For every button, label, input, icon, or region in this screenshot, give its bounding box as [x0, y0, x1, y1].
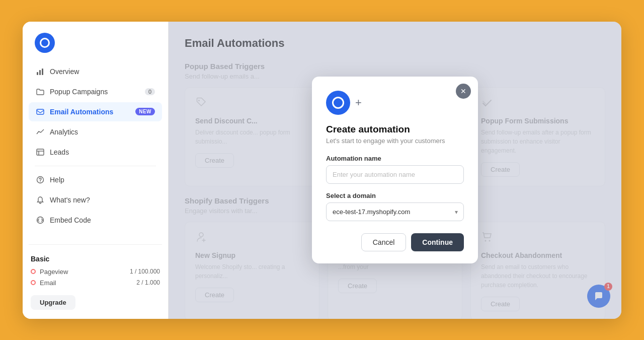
sidebar-label-analytics: Analytics: [50, 128, 78, 136]
sidebar-divider-bottom: [29, 244, 162, 245]
bell-icon: [36, 195, 45, 205]
sidebar-label-help: Help: [50, 176, 64, 184]
sidebar: Overview Popup Campaigns 0: [23, 22, 169, 319]
domain-select-wrapper: ece-test-17.myshopify.com ▾: [326, 202, 464, 221]
help-icon: [36, 175, 45, 184]
usage-email: Email 2 / 1.000: [31, 279, 160, 287]
popup-campaigns-badge: 0: [145, 88, 155, 95]
usage-dot-pageview: [31, 269, 36, 274]
domain-label: Select a domain: [326, 192, 464, 199]
sidebar-item-embed-code[interactable]: Embed Code: [29, 211, 162, 230]
app-window: Overview Popup Campaigns 0: [23, 22, 621, 319]
sidebar-label-embed-code: Embed Code: [50, 216, 91, 224]
automation-name-input[interactable]: [326, 165, 464, 184]
sidebar-label-leads: Leads: [50, 148, 69, 156]
usage-count-pageview: 1 / 100.000: [130, 268, 160, 275]
modal-header-icons: +: [326, 91, 464, 115]
plan-label: Basic: [31, 255, 160, 263]
sidebar-item-overview[interactable]: Overview: [29, 62, 162, 81]
sidebar-logo: [23, 22, 168, 62]
sidebar-plan: Basic Pageview 1 / 100.000 Email 2 / 1.0…: [23, 249, 168, 319]
svg-rect-2: [42, 69, 43, 75]
svg-rect-1: [39, 70, 41, 75]
main-content: Email Automations Popup Based Triggers S…: [169, 22, 621, 319]
sidebar-item-analytics[interactable]: Analytics: [29, 122, 162, 142]
svg-rect-0: [37, 72, 38, 75]
modal-title: Create automation: [326, 124, 464, 135]
sidebar-item-email-automations[interactable]: Email Automations NEW: [29, 102, 162, 121]
sidebar-item-leads[interactable]: Leads: [29, 143, 162, 162]
modal-actions: Cancel Continue: [326, 233, 464, 251]
folder-icon: [36, 87, 45, 96]
domain-select[interactable]: ece-test-17.myshopify.com: [326, 202, 464, 221]
app-logo-icon: [35, 33, 55, 53]
sidebar-label-email-automations: Email Automations: [50, 108, 113, 116]
usage-pageview: Pageview 1 / 100.000: [31, 268, 160, 276]
svg-rect-4: [37, 149, 44, 155]
usage-dot-email: [31, 280, 36, 285]
sidebar-label-popup-campaigns: Popup Campaigns: [50, 88, 108, 96]
sidebar-label-whats-new: What's new?: [50, 196, 90, 204]
embed-icon: [36, 216, 45, 225]
modal-overlay: ✕ + Create automation Let's start to eng…: [169, 22, 621, 319]
continue-button[interactable]: Continue: [411, 233, 464, 251]
modal-subtitle: Let's start to engage with your customer…: [326, 137, 464, 145]
email-automations-badge-new: NEW: [135, 108, 155, 115]
svg-point-8: [40, 181, 40, 182]
sidebar-nav: Overview Popup Campaigns 0: [23, 62, 168, 240]
sidebar-divider: [35, 166, 156, 166]
modal-logo-icon: [326, 91, 350, 115]
svg-rect-3: [37, 109, 44, 114]
usage-label-email: Email: [40, 279, 56, 287]
sidebar-item-popup-campaigns[interactable]: Popup Campaigns 0: [29, 82, 162, 101]
usage-label-pageview: Pageview: [40, 268, 68, 276]
create-automation-modal: ✕ + Create automation Let's start to eng…: [312, 77, 478, 263]
sidebar-label-overview: Overview: [50, 67, 79, 76]
usage-count-email: 2 / 1.000: [136, 279, 160, 286]
sidebar-item-help[interactable]: Help: [29, 170, 162, 189]
email-icon: [36, 107, 45, 116]
upgrade-button[interactable]: Upgrade: [31, 295, 75, 310]
cancel-button[interactable]: Cancel: [361, 233, 407, 251]
sidebar-item-whats-new[interactable]: What's new?: [29, 190, 162, 210]
chart-icon: [36, 67, 45, 76]
leads-icon: [36, 148, 45, 157]
modal-plus-icon: +: [355, 96, 362, 109]
modal-close-button[interactable]: ✕: [456, 84, 471, 99]
analytics-icon: [36, 127, 45, 137]
automation-name-label: Automation name: [326, 155, 464, 162]
